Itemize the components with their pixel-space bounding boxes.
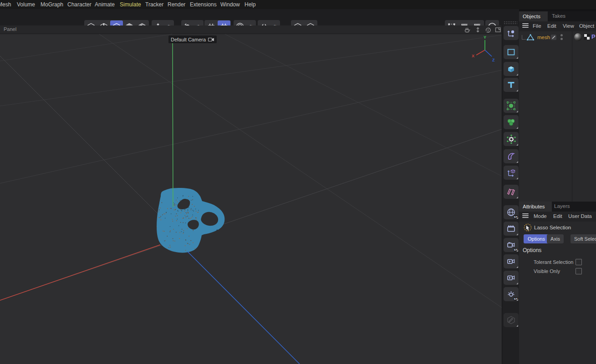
volume-builder-button[interactable] [504,115,519,129]
x-axis-line [0,245,160,300]
menu-item-animate[interactable]: Animate [95,1,115,8]
dolly-zoom-icon[interactable] [474,26,482,33]
hamburger-icon[interactable] [522,23,529,28]
camera-label-text: Default Camera [171,37,206,42]
scene-3d: Y X Z [0,34,502,364]
objects-menu-object[interactable]: Object [579,23,594,29]
deformer-object-button[interactable] [504,149,519,163]
workplane-object-button[interactable] [504,166,519,180]
clapperboard-icon [506,224,516,233]
viewport-panel: Panel [0,25,502,364]
object-tree[interactable]: mesh P [519,31,596,202]
light-object-button[interactable]: ST [504,287,519,301]
attributes-menu-mode[interactable]: Mode [534,213,547,219]
field-object-button[interactable] [504,99,519,113]
hexagon-pencil-icon [506,315,516,325]
editable-toggle[interactable] [551,35,556,40]
visible-only-checkbox[interactable] [576,268,582,274]
camera-play-icon [506,273,516,283]
st-badge: ST [514,248,518,252]
polygon-object-icon [527,34,534,40]
attributes-menu-edit[interactable]: Edit [553,213,562,219]
text-object-button[interactable] [504,78,519,92]
cube-primitive-button[interactable] [504,62,519,76]
attributes-body: Lasso Selection Options Axis Soft Select… [519,222,596,364]
menu-item-extensions[interactable]: Extensions [190,1,217,8]
tolerant-selection-checkbox[interactable] [576,259,582,265]
viewport-canvas[interactable]: Y X Z Default Camera [0,34,502,364]
viewport-title-bar[interactable]: Panel [0,25,502,34]
symmetry-object-button[interactable] [504,185,519,199]
objects-menu-bar: File Edit View Object [519,21,596,32]
hamburger-icon[interactable] [522,213,529,218]
option-tab-axis[interactable]: Axis [547,234,564,243]
gizmo-x-label: X [472,54,474,58]
tab-objects[interactable]: Objects [519,11,548,21]
clipped-tag-glyph[interactable]: P [591,33,596,40]
menu-item-character[interactable]: Character [67,1,92,8]
menu-item-mesh[interactable]: Mesh [0,1,11,8]
tag-column-divider[interactable] [572,31,572,202]
menu-item-volume[interactable]: Volume [17,1,35,8]
rectangle-icon [506,47,516,57]
camera-label[interactable]: Default Camera [168,35,217,43]
camera-object-2-button[interactable] [504,271,519,285]
material-tag[interactable] [574,33,582,41]
attributes-menu-userdata[interactable]: User Data [568,213,592,219]
st-badge: ST [514,215,518,219]
camera-stage-button[interactable]: ST [504,238,519,252]
object-row-mesh[interactable]: mesh P [519,32,596,42]
section-title: Options [523,247,541,253]
menu-item-window[interactable]: Window [220,1,240,8]
grid-lines [0,34,502,308]
visibility-dots[interactable] [560,34,563,40]
tweak-tool-button[interactable] [504,26,519,40]
mesh-object[interactable] [156,188,224,253]
tweak-tool-icon [506,28,516,38]
option-tab-options[interactable]: Options [524,234,549,243]
bend-deformer-icon [506,152,516,161]
tolerant-selection-label: Tolerant Selection [534,259,573,265]
text-t-icon [506,80,516,90]
menu-item-render[interactable]: Render [168,1,185,8]
rectangle-spline-button[interactable] [504,45,519,59]
stage-object-button[interactable]: ST [504,222,519,236]
objects-menu-edit[interactable]: Edit [547,23,556,29]
uvw-tag-icon[interactable] [584,34,590,40]
sky-object-button[interactable]: ST [504,205,519,219]
gizmo-z-label: Z [492,58,495,62]
main-toolbar: ⚙ ⚙ [0,9,519,26]
st-badge: ST [514,297,518,301]
tree-branch-line [522,35,526,40]
z-axis-line [188,252,300,364]
tool-title: Lasso Selection [534,225,571,230]
camera-object-button[interactable] [504,254,519,268]
gizmo-y-label: Y [484,35,486,40]
panel-drag-grip[interactable] [504,21,517,25]
tab-takes[interactable]: Takes [552,13,565,19]
menu-item-mograph[interactable]: MoGraph [41,1,63,8]
axis-gizmo[interactable]: Y X Z [472,35,495,62]
gear-nodes-icon [506,134,516,144]
maximize-view-icon[interactable] [494,26,502,33]
camera-play-icon [506,257,516,266]
tab-attributes[interactable]: Attributes [519,202,552,212]
edit-mesh-button-disabled [504,313,519,327]
objects-tab-bar: Objects Takes [519,11,596,21]
object-name[interactable]: mesh [537,35,550,40]
option-tab-soft-selection[interactable]: Soft Selection [571,234,596,243]
generator-object-button[interactable] [504,132,519,146]
tab-layers[interactable]: Layers [554,203,570,209]
right-panel-column: Objects Takes File Edit View Object mesh [519,11,596,364]
menu-item-help[interactable]: Help [245,1,256,8]
pan-hand-icon[interactable] [463,26,471,33]
cube-icon [506,64,516,74]
viewport-panel-label: Panel [4,26,16,32]
objects-menu-view[interactable]: View [563,23,574,29]
y-axis-line [173,39,173,207]
menu-item-simulate[interactable]: Simulate [120,1,141,8]
menu-bar: Mesh Volume MoGraph Character Animate Si… [0,0,596,9]
menu-item-tracker[interactable]: Tracker [145,1,163,8]
objects-menu-file[interactable]: File [533,23,541,29]
orbit-rotate-icon[interactable] [484,26,492,33]
